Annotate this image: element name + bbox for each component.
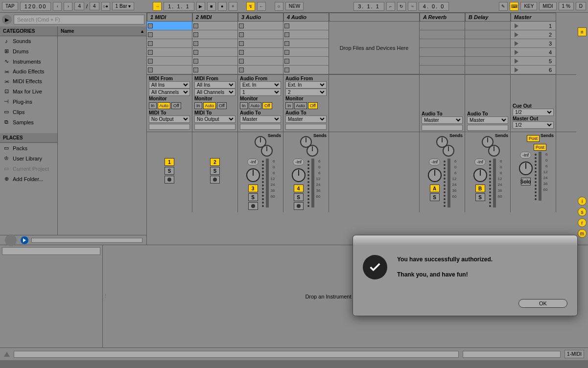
clip-slot[interactable]	[238, 48, 283, 57]
reenable-automation-icon[interactable]: ←	[257, 2, 266, 11]
punch-out-icon[interactable]: ¬	[408, 2, 417, 11]
return-header-b[interactable]: B Delay	[465, 13, 511, 22]
clip-slot[interactable]	[283, 39, 329, 48]
drop-header[interactable]	[329, 13, 420, 22]
clip-stop-icon[interactable]	[239, 41, 244, 46]
clip-stop-icon[interactable]	[239, 68, 244, 72]
track-activator[interactable]: B	[475, 184, 485, 192]
place-item-add-folder---[interactable]: ⊕Add Folder...	[0, 174, 57, 184]
sends-toggle-icon[interactable]: s	[578, 207, 587, 216]
scene-play-icon[interactable]	[515, 32, 518, 37]
scene-play-icon[interactable]	[515, 41, 518, 46]
track-activator[interactable]: 1	[165, 158, 174, 166]
record-icon[interactable]: ●	[218, 2, 227, 11]
clip-stop-icon[interactable]	[239, 23, 244, 28]
return-header-a[interactable]: A Reverb	[420, 13, 465, 22]
clip-stop-icon[interactable]	[148, 59, 153, 64]
category-item-plug-ins[interactable]: ⊣Plug-ins	[0, 96, 57, 107]
track-header-1[interactable]: 1 MIDI	[147, 13, 192, 22]
category-item-clips[interactable]: ▭Clips	[0, 107, 57, 117]
output-select[interactable]: No Output	[149, 115, 190, 123]
arrangement-position[interactable]: 1. 1. 1	[164, 2, 194, 11]
monitor-auto[interactable]: Auto	[249, 102, 262, 109]
punch-in-icon[interactable]: ⌐	[386, 2, 395, 11]
io-toggle-icon[interactable]: i	[578, 197, 587, 206]
volume-knob[interactable]	[473, 168, 487, 182]
clip-stop-icon[interactable]	[284, 41, 289, 46]
clip-stop-icon[interactable]	[193, 41, 198, 46]
clip-slot[interactable]: 4	[511, 48, 556, 57]
clip-slot[interactable]	[283, 30, 329, 39]
monitor-in[interactable]: In	[285, 102, 293, 109]
clip-stop-icon[interactable]	[148, 50, 153, 55]
clip-stop-icon[interactable]	[148, 32, 153, 37]
return-channel[interactable]	[467, 125, 508, 131]
category-item-drums[interactable]: ⊞Drums	[0, 46, 57, 56]
solo-button[interactable]: S	[210, 167, 220, 175]
clip-stop-icon[interactable]	[284, 59, 289, 64]
returns-toggle-icon[interactable]: r	[578, 218, 587, 227]
arm-button[interactable]	[165, 176, 174, 184]
scene-play-icon[interactable]	[515, 50, 518, 55]
track-header-4[interactable]: 4 Audio	[283, 13, 329, 22]
volume-knob[interactable]	[246, 168, 260, 182]
clip-slot[interactable]: 1	[511, 22, 556, 30]
arm-button[interactable]	[294, 202, 304, 210]
session-record-icon[interactable]: ○	[275, 2, 283, 11]
clip-stop-icon[interactable]	[239, 32, 244, 37]
track-activator[interactable]: 3	[248, 184, 258, 192]
clip-stop-icon[interactable]	[284, 23, 289, 28]
automation-arm-icon[interactable]: ↯	[246, 2, 255, 11]
solo-button[interactable]: S	[294, 193, 304, 201]
volume-knob[interactable]	[519, 161, 533, 175]
monitor-auto[interactable]: Auto	[158, 102, 171, 109]
loop-icon[interactable]: ↻	[397, 2, 406, 11]
draw-mode-icon[interactable]: ✎	[499, 2, 508, 11]
category-item-sounds[interactable]: ♪Sounds	[0, 36, 57, 46]
solo-button[interactable]: S	[475, 193, 485, 201]
clip-stop-icon[interactable]	[239, 59, 244, 64]
key-map-button[interactable]: KEY	[520, 2, 537, 10]
clip-stop-icon[interactable]	[239, 50, 244, 55]
monitor-in[interactable]: In	[149, 102, 157, 109]
place-item-user-library[interactable]: ♔User Library	[0, 153, 57, 163]
follow-icon[interactable]: →	[153, 2, 162, 11]
info-toggle-icon[interactable]	[4, 352, 10, 357]
monitor-off[interactable]: Off	[308, 102, 318, 109]
master-out-select[interactable]: 1/2	[513, 121, 554, 129]
clip-slot[interactable]	[147, 39, 192, 48]
clip-slot[interactable]	[192, 39, 237, 48]
output-channel[interactable]	[149, 124, 190, 130]
send-b-knob[interactable]	[443, 145, 454, 157]
input-select[interactable]: Ext. In	[240, 81, 281, 89]
clip-slot[interactable]	[238, 57, 283, 66]
stop-icon[interactable]: ■	[207, 2, 216, 11]
solo-button[interactable]: S	[430, 193, 440, 201]
send-b-knob[interactable]	[488, 145, 500, 157]
name-column-header[interactable]: Name▴	[58, 26, 146, 36]
timesig-den[interactable]: 4	[90, 2, 99, 10]
post-b-button[interactable]: Post	[534, 144, 546, 151]
loop-length[interactable]: 4. 0. 0	[419, 2, 449, 11]
output-channel[interactable]	[194, 124, 235, 130]
monitor-in[interactable]: In	[240, 102, 248, 109]
monitor-auto[interactable]: Auto	[294, 102, 307, 109]
master-header[interactable]: Master	[511, 13, 556, 22]
channel-select[interactable]: All Channels	[194, 89, 235, 96]
clip-slot[interactable]: 2	[511, 30, 556, 39]
clip-name-box[interactable]	[2, 247, 100, 255]
clip-slot[interactable]	[238, 30, 283, 39]
post-a-button[interactable]: Post	[527, 135, 540, 142]
clip-slot[interactable]	[192, 57, 237, 66]
clip-slot[interactable]	[238, 39, 283, 48]
track-activator[interactable]: 2	[210, 158, 220, 166]
search-input[interactable]	[14, 15, 144, 24]
return-output-select[interactable]: Master	[422, 116, 463, 124]
arm-button[interactable]	[248, 202, 258, 210]
timesig-num[interactable]: 4	[74, 2, 84, 10]
clip-slot[interactable]	[283, 57, 329, 66]
clip-slot[interactable]	[192, 30, 237, 39]
track-activator[interactable]: 4	[294, 184, 304, 192]
clip-slot[interactable]	[192, 48, 237, 57]
return-channel[interactable]	[422, 125, 463, 131]
